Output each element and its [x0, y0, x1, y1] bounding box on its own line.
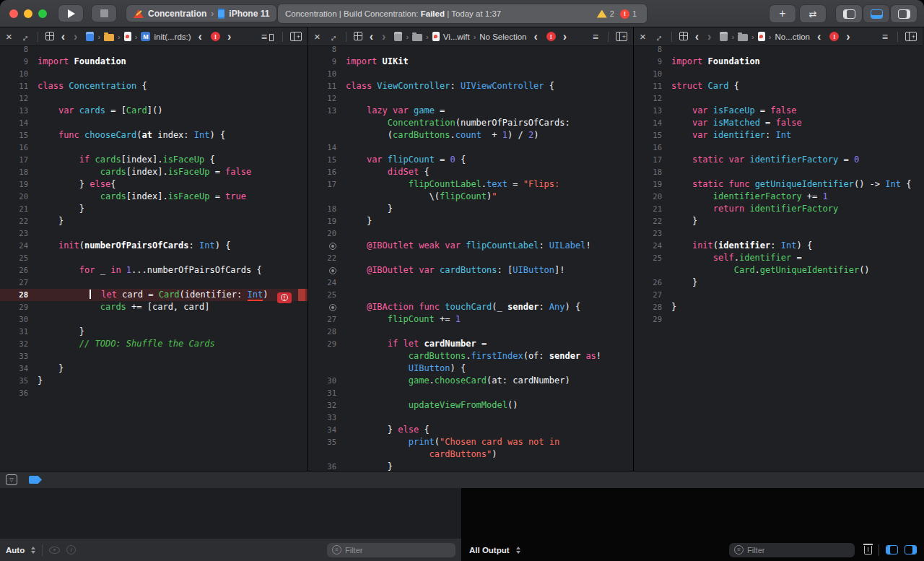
line-number[interactable]: 33: [308, 412, 341, 424]
code-line[interactable]: Concentration(numberOfPairsOfCards:: [308, 117, 633, 129]
line-number[interactable]: 23: [0, 227, 33, 240]
line-number[interactable]: 16: [308, 166, 341, 178]
code-line[interactable]: 33: [0, 350, 308, 362]
code-line[interactable]: 36: [0, 387, 308, 399]
code-line[interactable]: 33: [308, 412, 633, 424]
console-output[interactable]: [462, 488, 924, 539]
line-number[interactable]: 26: [0, 264, 33, 277]
code-line[interactable]: 21 }: [0, 203, 308, 215]
line-number[interactable]: 36: [308, 461, 341, 471]
debug-area-toggle-button[interactable]: [863, 5, 889, 22]
close-editor-icon[interactable]: ×: [314, 31, 321, 42]
related-items-icon[interactable]: [354, 32, 362, 42]
forward-icon[interactable]: ›: [74, 31, 77, 43]
line-number[interactable]: 10: [0, 68, 33, 80]
console-view-toggle-icon[interactable]: [905, 545, 917, 555]
breadcrumb-item[interactable]: init(...rds:): [154, 32, 191, 41]
line-number[interactable]: 20: [0, 191, 33, 203]
line-number[interactable]: 33: [0, 350, 33, 362]
code-line[interactable]: 29 if let cardNumber =: [308, 338, 633, 350]
forward-icon[interactable]: ›: [382, 31, 385, 43]
activity-status[interactable]: Concentration | Build Concentration: Fai…: [278, 4, 647, 23]
console-filter-field[interactable]: ≡: [729, 543, 855, 557]
line-number[interactable]: [308, 350, 341, 362]
close-editor-icon[interactable]: ×: [6, 31, 12, 42]
code-line[interactable]: cardButtons.firstIndex(of: sender as!: [308, 350, 633, 362]
line-number[interactable]: 17: [634, 154, 667, 166]
line-number[interactable]: 27: [634, 289, 667, 301]
code-line[interactable]: 28: [308, 326, 633, 338]
code-line[interactable]: 20 cards[index].isFaceUp = true: [0, 191, 308, 203]
code-line[interactable]: cardButtons"): [308, 448, 633, 461]
breadcrumb-item[interactable]: No Selection: [479, 32, 526, 41]
add-editor-icon[interactable]: [905, 32, 917, 41]
code-line[interactable]: 9import Foundation: [634, 56, 923, 68]
code-line[interactable]: 34 } else {: [308, 424, 633, 436]
connection-well[interactable]: [308, 264, 341, 277]
line-number[interactable]: 25: [308, 289, 341, 301]
variables-list[interactable]: [0, 488, 461, 539]
error-count-badge[interactable]: !: [211, 32, 220, 41]
line-number[interactable]: 11: [0, 80, 33, 92]
code-line[interactable]: 16: [634, 142, 923, 154]
code-line[interactable]: 20 identifierFactory += 1: [634, 191, 923, 203]
code-line[interactable]: 29 cards += [card, card]: [0, 301, 308, 313]
code-line[interactable]: 28 let card = Card(identifier: Int) !: [0, 289, 308, 301]
code-line[interactable]: 30 game.chooseCard(at: cardNumber): [308, 375, 633, 387]
console-scope-selector[interactable]: All Output: [469, 546, 510, 555]
breadcrumb-item[interactable]: No...ction: [775, 32, 810, 41]
code-line[interactable]: 25: [308, 289, 633, 301]
code-line[interactable]: 26 }: [634, 277, 923, 289]
quicklook-eye-icon[interactable]: [49, 547, 60, 554]
code-line[interactable]: 11class ViewController: UIViewController…: [308, 80, 633, 92]
prev-issue-icon[interactable]: ‹: [817, 31, 821, 43]
related-items-icon[interactable]: [679, 32, 688, 42]
minimize-window-button[interactable]: [24, 9, 32, 18]
code-area[interactable]: 89import UIKit1011class ViewController: …: [308, 46, 633, 471]
line-number[interactable]: 14: [634, 117, 667, 129]
code-line[interactable]: 16 didSet {: [308, 166, 633, 178]
breadcrumb-item[interactable]: Vi...wift: [443, 32, 470, 41]
line-number[interactable]: 31: [0, 326, 33, 338]
line-number[interactable]: [308, 117, 341, 129]
code-line[interactable]: 15 var flipCount = 0 {: [308, 154, 633, 166]
line-number[interactable]: 22: [0, 215, 33, 227]
code-line[interactable]: 22 }: [634, 215, 923, 227]
next-issue-icon[interactable]: ›: [227, 31, 231, 43]
code-line[interactable]: 25 self.identifier =: [634, 252, 923, 264]
scheme-selector[interactable]: Concentration › iPhone 11: [126, 5, 276, 22]
code-line[interactable]: 13 lazy var game =: [308, 105, 633, 117]
line-number[interactable]: 14: [308, 142, 341, 154]
line-number[interactable]: 34: [308, 424, 341, 436]
line-number[interactable]: 29: [308, 338, 341, 350]
navigator-toggle-button[interactable]: [836, 5, 862, 22]
line-number[interactable]: 12: [308, 92, 341, 105]
code-line[interactable]: 13 var cards = [Card](): [0, 105, 308, 117]
code-line[interactable]: 10: [308, 68, 633, 80]
code-line[interactable]: 10: [634, 68, 923, 80]
connection-well[interactable]: [308, 240, 341, 252]
line-number[interactable]: 31: [308, 387, 341, 399]
inspector-toggle-button[interactable]: [891, 5, 917, 22]
code-line[interactable]: 8: [308, 46, 633, 56]
line-number[interactable]: 25: [0, 252, 33, 264]
expand-editor-icon[interactable]: ↔: [653, 32, 663, 42]
line-number[interactable]: 15: [0, 129, 33, 142]
code-line[interactable]: @IBOutlet weak var flipCountLabel: UILab…: [308, 240, 633, 252]
line-number[interactable]: 11: [308, 80, 341, 92]
code-line[interactable]: 19 }: [308, 215, 633, 227]
line-number[interactable]: 19: [0, 178, 33, 191]
code-line[interactable]: 15 func chooseCard(at index: Int) {: [0, 129, 308, 142]
code-line[interactable]: 9import Foundation: [0, 56, 308, 68]
variables-filter-field[interactable]: ≡: [327, 543, 456, 557]
line-number[interactable]: [308, 129, 341, 142]
close-window-button[interactable]: [9, 9, 18, 18]
line-number[interactable]: 12: [0, 92, 33, 105]
line-number[interactable]: 36: [0, 387, 33, 399]
clear-console-icon[interactable]: [864, 546, 872, 555]
line-number[interactable]: 9: [634, 56, 667, 68]
error-icon[interactable]: !: [620, 9, 629, 19]
line-number[interactable]: 16: [634, 142, 667, 154]
code-line[interactable]: 15 var identifier: Int: [634, 129, 923, 142]
code-line[interactable]: 32 updateViewFromModel(): [308, 399, 633, 412]
